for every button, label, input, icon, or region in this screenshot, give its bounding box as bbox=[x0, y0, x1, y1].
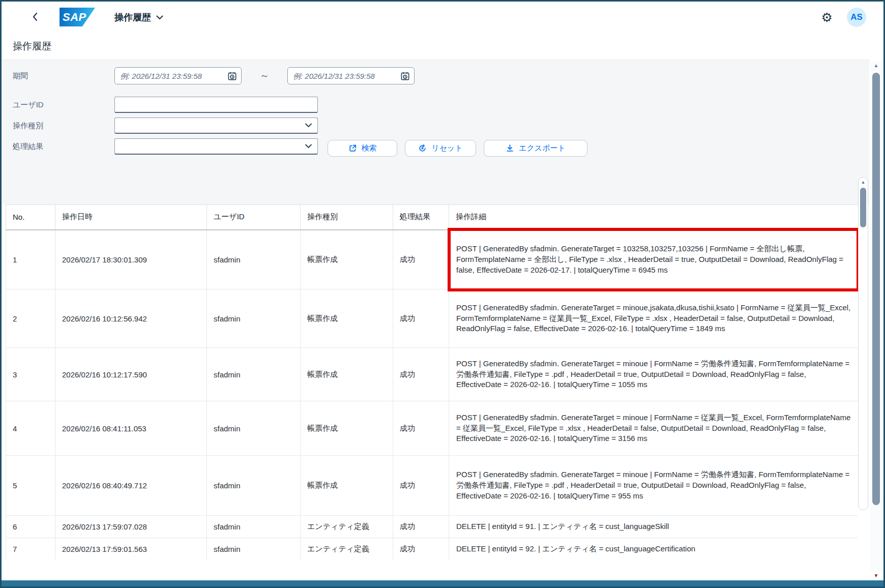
scroll-up-icon[interactable]: ▲ bbox=[870, 63, 882, 68]
scroll-down-icon[interactable]: ▼ bbox=[870, 573, 882, 578]
app-window: SAP 操作履歴 ⚙ AS 操作履歴 期間 bbox=[0, 0, 885, 588]
table-row[interactable]: 52026/02/16 08:40:49.712sfadmin帳票作成成功POS… bbox=[6, 456, 859, 516]
period-label: 期間 bbox=[13, 71, 114, 81]
cell-no: 5 bbox=[6, 456, 55, 516]
cell-datetime: 2026/02/16 10:12:56.942 bbox=[55, 289, 207, 348]
table-row[interactable]: 72026/02/13 17:59:01.563sfadminエンティティ定義成… bbox=[6, 538, 859, 560]
user-id-label: ユーザID bbox=[13, 100, 114, 110]
table-row[interactable]: 12026/02/17 18:30:01.309sfadmin帳票作成成功POS… bbox=[6, 230, 859, 289]
cell-result: 成功 bbox=[393, 348, 449, 401]
table-header-row: No.操作日時ユーザID操作種別処理結果操作詳細 bbox=[6, 205, 859, 230]
search-button[interactable]: 検索 bbox=[328, 140, 397, 157]
column-header-4: 処理結果 bbox=[393, 205, 449, 230]
cell-user: sfadmin bbox=[207, 456, 301, 516]
cell-detail: DELETE | entityId = 91. | エンティティ名 = cust… bbox=[449, 516, 859, 538]
filter-row-result: 処理結果 bbox=[13, 138, 318, 155]
column-header-1: 操作日時 bbox=[55, 205, 207, 230]
cell-detail: POST | GeneratedBy sfadmin. GenerateTarg… bbox=[449, 289, 859, 348]
table-scrollbar[interactable]: ▲ bbox=[858, 177, 868, 510]
search-icon bbox=[348, 144, 357, 153]
table-row[interactable]: 22026/02/16 10:12:56.942sfadmin帳票作成成功POS… bbox=[6, 289, 859, 348]
shell-actions: ⚙ AS bbox=[821, 2, 866, 33]
cell-datetime: 2026/02/13 17:59:07.028 bbox=[55, 516, 207, 538]
cell-type: 帳票作成 bbox=[301, 230, 393, 289]
cell-detail: POST | GeneratedBy sfadmin. GenerateTarg… bbox=[449, 456, 859, 516]
history-table-container: No.操作日時ユーザID操作種別処理結果操作詳細 12026/02/17 18:… bbox=[6, 204, 858, 560]
history-table-body: 12026/02/17 18:30:01.309sfadmin帳票作成成功POS… bbox=[6, 230, 859, 560]
search-button-label: 検索 bbox=[362, 143, 377, 153]
result-select[interactable] bbox=[114, 138, 318, 155]
cell-type: 帳票作成 bbox=[301, 348, 393, 401]
scroll-up-icon[interactable]: ▲ bbox=[859, 180, 868, 185]
user-avatar[interactable]: AS bbox=[847, 8, 866, 27]
cell-no: 6 bbox=[6, 516, 55, 538]
result-label: 処理結果 bbox=[13, 142, 114, 152]
cell-result: 成功 bbox=[393, 516, 449, 538]
reset-button-label: リセット bbox=[431, 143, 462, 153]
chevron-down-icon bbox=[305, 123, 312, 128]
app-title-menu[interactable]: 操作履歴 bbox=[114, 2, 163, 33]
reset-icon bbox=[418, 144, 427, 153]
page-title: 操作履歴 bbox=[13, 40, 51, 53]
history-table: No.操作日時ユーザID操作種別処理結果操作詳細 12026/02/17 18:… bbox=[6, 204, 858, 560]
settings-gear-icon[interactable]: ⚙ bbox=[821, 11, 833, 24]
cell-datetime: 2026/02/16 10:12:17.590 bbox=[55, 348, 207, 401]
user-id-input[interactable] bbox=[114, 97, 318, 113]
date-picker-icon[interactable] bbox=[227, 71, 237, 81]
chevron-down-icon bbox=[305, 144, 312, 149]
cell-datetime: 2026/02/16 08:41:11.053 bbox=[55, 401, 207, 456]
date-from-field[interactable] bbox=[114, 67, 242, 84]
page-header: 操作履歴 bbox=[2, 33, 870, 60]
cell-type: 帳票作成 bbox=[301, 289, 393, 348]
cell-result: 成功 bbox=[393, 401, 449, 456]
cell-no: 1 bbox=[6, 230, 55, 289]
cell-result: 成功 bbox=[393, 289, 449, 348]
page-scrollbar-thumb[interactable] bbox=[872, 73, 880, 505]
operation-type-select[interactable] bbox=[114, 117, 318, 134]
table-row[interactable]: 62026/02/13 17:59:07.028sfadminエンティティ定義成… bbox=[6, 516, 859, 538]
cell-user: sfadmin bbox=[207, 230, 301, 289]
cell-datetime: 2026/02/16 08:40:49.712 bbox=[55, 456, 207, 516]
highlight-box bbox=[448, 228, 858, 292]
filter-row-user: ユーザID bbox=[13, 97, 318, 113]
date-to-field[interactable] bbox=[287, 67, 415, 84]
bottom-bar bbox=[2, 580, 883, 586]
cell-no: 4 bbox=[6, 401, 55, 456]
filter-buttons: 検索 リセット エクスポート bbox=[328, 140, 587, 157]
export-button[interactable]: エクスポート bbox=[484, 140, 587, 157]
cell-type: エンティティ定義 bbox=[301, 516, 393, 538]
cell-no: 3 bbox=[6, 348, 55, 401]
filter-row-type: 操作種別 bbox=[13, 117, 318, 134]
table-scrollbar-thumb[interactable] bbox=[860, 188, 866, 227]
back-button[interactable] bbox=[28, 10, 42, 24]
cell-no: 2 bbox=[6, 289, 55, 348]
download-icon bbox=[506, 144, 514, 153]
cell-detail: POST | GeneratedBy sfadmin. GenerateTarg… bbox=[449, 401, 859, 456]
operation-type-label: 操作種別 bbox=[13, 121, 114, 131]
column-header-2: ユーザID bbox=[207, 205, 301, 230]
reset-button[interactable]: リセット bbox=[405, 140, 476, 157]
cell-datetime: 2026/02/13 17:59:01.563 bbox=[55, 538, 207, 560]
column-header-0: No. bbox=[6, 205, 55, 230]
chevron-down-icon bbox=[156, 15, 163, 20]
table-row[interactable]: 42026/02/16 08:41:11.053sfadmin帳票作成成功POS… bbox=[6, 401, 859, 456]
cell-result: 成功 bbox=[393, 538, 449, 560]
filter-row-period: 期間 ～ bbox=[13, 67, 415, 84]
cell-type: 帳票作成 bbox=[301, 456, 393, 516]
cell-user: sfadmin bbox=[207, 289, 301, 348]
date-from-input[interactable] bbox=[120, 72, 227, 80]
cell-detail: DELETE | entityId = 92. | エンティティ名 = cust… bbox=[449, 538, 859, 560]
table-row[interactable]: 32026/02/16 10:12:17.590sfadmin帳票作成成功POS… bbox=[6, 348, 859, 401]
date-to-input[interactable] bbox=[293, 72, 400, 80]
cell-result: 成功 bbox=[393, 456, 449, 516]
cell-type: 帳票作成 bbox=[301, 401, 393, 456]
cell-user: sfadmin bbox=[207, 516, 301, 538]
cell-detail: POST | GeneratedBy sfadmin. GenerateTarg… bbox=[449, 348, 859, 401]
export-button-label: エクスポート bbox=[519, 143, 566, 153]
sap-logo: SAP bbox=[60, 8, 95, 26]
cell-no: 7 bbox=[6, 538, 55, 560]
column-header-3: 操作種別 bbox=[301, 205, 393, 230]
period-tilde: ～ bbox=[242, 69, 287, 82]
page-scrollbar[interactable]: ▲ ▼ bbox=[870, 62, 882, 571]
date-picker-icon[interactable] bbox=[400, 71, 410, 81]
